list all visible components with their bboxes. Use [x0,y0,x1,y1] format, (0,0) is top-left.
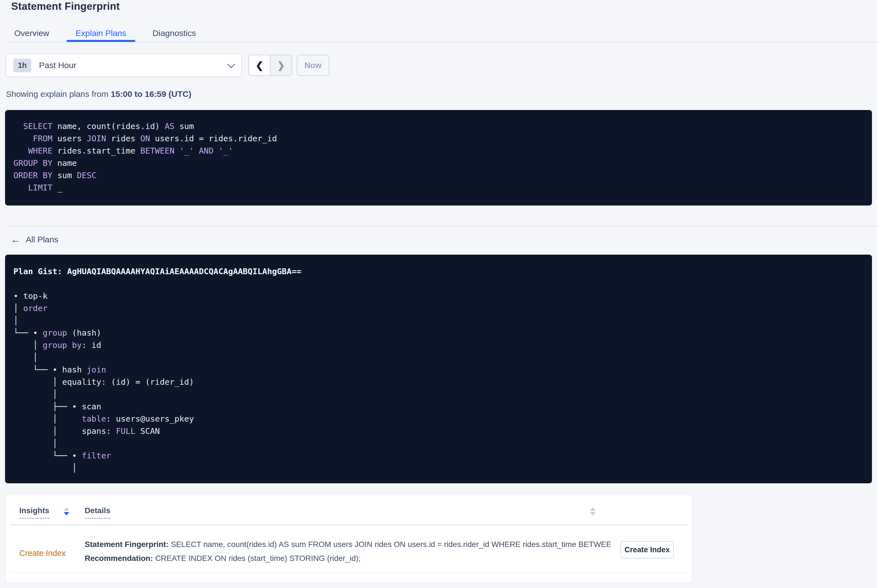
sort-desc-arrow [64,512,69,515]
page-title: Statement Fingerprint [11,0,120,12]
sort-asc-arrow [64,507,69,511]
all-plans-label: All Plans [26,235,59,244]
chevron-down-icon [227,60,235,68]
table-row-divider [11,573,687,573]
next-window-button[interactable]: ❯ [271,55,292,75]
interval-badge: 1h [14,58,31,72]
sort-icon-insights [64,507,69,515]
time-interval-label: Past Hour [39,61,76,70]
sort-desc-arrow [590,512,596,515]
details-label: Statement Fingerprint: [85,540,168,549]
insights-table-card: Insights Details Create Index Statement … [6,495,692,583]
create-index-button[interactable]: Create Index [620,541,674,558]
tab-explain-plans[interactable]: Explain Plans [66,24,135,42]
statement-fingerprint-page: Statement Fingerprint OverviewExplain Pl… [0,0,877,588]
details-label: Recommendation: [85,554,153,562]
time-range-status: Showing explain plans from 15:00 to 16:5… [6,89,191,99]
details-text: SELECT name, count(rides.id) AS sum FROM… [171,540,611,549]
status-range: 15:00 to 16:59 (UTC) [111,89,191,99]
sort-asc-arrow [590,507,596,511]
now-button[interactable]: Now [297,55,329,76]
statement-sql-box: SELECT name, count(rides.id) AS sum FROM… [5,110,872,206]
all-plans-back-link[interactable]: ← All Plans [11,234,59,244]
column-header-insights[interactable]: Insights [19,506,49,519]
tab-label: Overview [14,28,49,38]
details-recommendation: Recommendation:CREATE INDEX ON rides (st… [85,554,611,563]
statement-sql-text: SELECT name, count(rides.id) AS sum FROM… [14,120,863,194]
previous-window-button[interactable]: ❮ [249,55,271,75]
time-window-nav: ❮ ❯ [248,55,292,76]
tab-bar-divider [5,42,877,42]
insight-type-label: Create Index [19,549,66,558]
details-text: CREATE INDEX ON rides (start_time) STORI… [155,554,361,562]
back-arrow-icon: ← [11,234,21,244]
chevron-left-icon: ❮ [256,60,263,71]
table-header-divider [11,525,687,525]
plan-gist-text: Plan Gist: AgHUAQIABQAAAAHYAQIAiAEAAAADC… [14,265,863,474]
chevron-right-icon: ❯ [277,60,285,71]
sort-icon-details [590,507,596,515]
section-divider [5,226,877,227]
details-statement-fingerprint: Statement Fingerprint:SELECT name, count… [85,540,611,549]
time-interval-select[interactable]: 1h Past Hour [6,54,242,77]
status-prefix: Showing explain plans from [6,89,111,99]
insight-details-cell: Statement Fingerprint:SELECT name, count… [85,540,611,568]
tab-diagnostics[interactable]: Diagnostics [144,24,205,42]
column-header-details[interactable]: Details [85,506,110,519]
tab-label: Explain Plans [75,28,126,38]
plan-gist-box: Plan Gist: AgHUAQIABQAAAAHYAQIAiAEAAAADC… [5,255,872,483]
tab-overview[interactable]: Overview [5,24,58,42]
tab-label: Diagnostics [153,28,196,38]
tab-bar: OverviewExplain PlansDiagnostics [5,24,213,42]
